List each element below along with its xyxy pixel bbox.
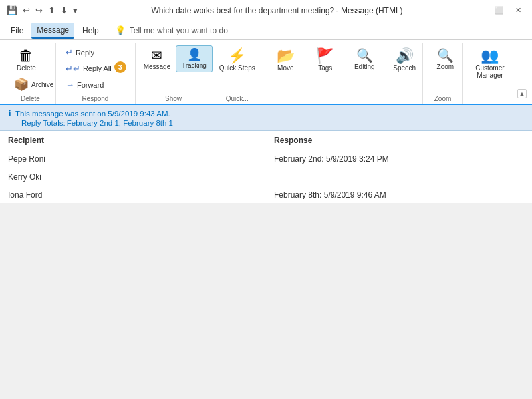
- tracking-label: Tracking: [182, 62, 207, 69]
- col-header-recipient: Recipient: [0, 131, 266, 150]
- reply-all-icon: ↵↵: [66, 64, 80, 74]
- undo-qa-button[interactable]: ↩: [21, 4, 31, 17]
- ribbon-group-tags: 🚩 Tags: [303, 43, 342, 104]
- speech-label: Speech: [393, 65, 416, 72]
- ribbon-group-speech: 🔊 Speech: [382, 43, 423, 104]
- ribbon-group-move: 📂 Move: [263, 43, 303, 104]
- move-button[interactable]: 📂 Move: [269, 45, 302, 75]
- tags-button[interactable]: 🚩 Tags: [309, 45, 342, 75]
- reply-totals-text: Reply Totals: February 2nd 1; February 8…: [21, 119, 173, 127]
- menu-help[interactable]: Help: [77, 23, 104, 38]
- respond-col: ↵ Reply ↵↵ Reply All 3 → Forward: [61, 45, 131, 92]
- tags-group-label: [309, 100, 336, 104]
- delete-icon: 🗑: [19, 49, 33, 63]
- ribbon-group-respond: ↵ Reply ↵↵ Reply All 3 → Forward Respond: [56, 43, 136, 104]
- move-label: Move: [277, 65, 293, 72]
- ribbon-group-zoom: 🔍 Zoom Zoom: [423, 43, 462, 104]
- tracking-icon: 👤: [187, 49, 201, 61]
- customer-manager-group-label: [468, 100, 512, 104]
- move-group-label: [269, 100, 297, 104]
- reply-all-button[interactable]: ↵↵ Reply All 3: [61, 61, 131, 76]
- editing-icon: 🔍: [356, 49, 373, 62]
- delete-button[interactable]: 🗑 Delete: [11, 45, 42, 75]
- ribbon-collapse-button[interactable]: ▲: [517, 89, 527, 98]
- tracking-button[interactable]: 👤 Tracking: [176, 45, 213, 72]
- customer-manager-button[interactable]: 👥 Customer Manager: [468, 45, 512, 82]
- table-row: Kerry Oki: [0, 168, 532, 186]
- quick-group-label: Quick...: [217, 92, 257, 104]
- table-area: Recipient Response Pepe RoniFebruary 2nd…: [0, 131, 532, 204]
- quick-access-toolbar: 💾 ↩ ↪ ⬆ ⬇ ▾: [5, 4, 79, 17]
- show-group-label: Show: [141, 92, 205, 104]
- tell-me-bar[interactable]: 💡 Tell me what you want to do: [115, 25, 228, 35]
- tell-me-text: Tell me what you want to do: [130, 26, 228, 35]
- forward-button[interactable]: → Forward: [61, 78, 131, 92]
- zoom-icon: 🔍: [437, 49, 454, 62]
- zoom-group-label: Zoom: [428, 92, 456, 104]
- reply-all-badge: 3: [114, 61, 126, 73]
- redo-qa-button[interactable]: ↪: [34, 4, 44, 17]
- tags-icon: 🚩: [316, 49, 334, 63]
- ribbon-group-delete: 🗑 Delete 📦 Archive Delete: [5, 43, 56, 104]
- menu-message[interactable]: Message: [31, 23, 74, 39]
- editing-label: Editing: [354, 63, 375, 70]
- title-bar: 💾 ↩ ↪ ⬆ ⬇ ▾ Which date works best for th…: [0, 0, 532, 21]
- sent-info-text: This message was sent on 5/9/2019 9:43 A…: [15, 110, 170, 118]
- respond-group-label: Respond: [61, 92, 130, 104]
- cell-recipient: Kerry Oki: [0, 168, 266, 186]
- move-icon: 📂: [277, 49, 295, 63]
- window-title: Which date works best for the department…: [87, 6, 467, 15]
- zoom-button[interactable]: 🔍 Zoom: [428, 45, 462, 74]
- save-qa-button[interactable]: 💾: [5, 4, 19, 17]
- cell-recipient: Iona Ford: [0, 186, 266, 204]
- minimize-button[interactable]: ─: [472, 2, 489, 19]
- forward-label: Forward: [77, 81, 104, 89]
- restore-button[interactable]: ⬜: [491, 2, 508, 19]
- tracking-table: Recipient Response Pepe RoniFebruary 2nd…: [0, 131, 532, 204]
- window-controls: ─ ⬜ ✕: [472, 2, 527, 19]
- speech-button[interactable]: 🔊 Speech: [388, 45, 421, 75]
- lightbulb-icon: 💡: [115, 25, 126, 35]
- message-icon: ✉: [151, 49, 162, 62]
- zoom-label: Zoom: [437, 63, 454, 70]
- cell-recipient: Pepe Roni: [0, 150, 266, 168]
- customize-qa-button[interactable]: ▾: [72, 4, 79, 17]
- tags-label: Tags: [318, 65, 332, 72]
- delete-label: Delete: [17, 65, 36, 72]
- editing-button[interactable]: 🔍 Editing: [348, 45, 381, 74]
- reply-all-label: Reply All: [83, 65, 112, 72]
- ribbon-group-quicksteps: ⚡ Quick Steps Quick...: [211, 43, 263, 104]
- archive-icon: 📦: [14, 78, 29, 90]
- message-button[interactable]: ✉ Message: [141, 45, 173, 74]
- quick-steps-icon: ⚡: [228, 49, 246, 63]
- menu-file[interactable]: File: [5, 23, 29, 38]
- archive-button[interactable]: 📦 Archive: [11, 76, 57, 92]
- archive-label: Archive: [31, 81, 53, 88]
- close-button[interactable]: ✕: [509, 2, 527, 19]
- customer-manager-icon: 👥: [481, 49, 499, 63]
- customer-manager-label: Customer Manager: [474, 65, 506, 79]
- ribbon-group-customer-manager: 👥 Customer Manager: [463, 43, 517, 104]
- down-qa-button[interactable]: ⬇: [59, 4, 69, 17]
- quick-steps-label: Quick Steps: [219, 65, 255, 72]
- reply-label: Reply: [76, 49, 94, 57]
- cell-response: February 2nd: 5/9/2019 3:24 PM: [266, 150, 532, 168]
- forward-icon: →: [66, 80, 74, 90]
- reply-button[interactable]: ↵ Reply: [61, 45, 131, 59]
- up-qa-button[interactable]: ⬆: [47, 4, 57, 17]
- table-row: Iona FordFebruary 8th: 5/9/2019 9:46 AM: [0, 186, 532, 204]
- cell-response: February 8th: 5/9/2019 9:46 AM: [266, 186, 532, 204]
- ribbon-group-editing: 🔍 Editing: [342, 43, 382, 104]
- speech-icon: 🔊: [396, 49, 414, 63]
- quick-steps-button[interactable]: ⚡ Quick Steps: [217, 45, 257, 75]
- menu-bar: File Message Help 💡 Tell me what you wan…: [0, 21, 532, 40]
- cell-response: [266, 168, 532, 186]
- reply-icon: ↵: [66, 47, 73, 57]
- ribbon: 🗑 Delete 📦 Archive Delete ↵ Reply ↵↵ Rep…: [0, 40, 532, 105]
- table-row: Pepe RoniFebruary 2nd: 5/9/2019 3:24 PM: [0, 150, 532, 168]
- info-bar: ℹ This message was sent on 5/9/2019 9:43…: [0, 105, 532, 131]
- info-icon: ℹ: [8, 108, 11, 118]
- editing-group-label: [348, 100, 376, 104]
- col-header-response: Response: [266, 131, 532, 150]
- message-label: Message: [144, 63, 171, 70]
